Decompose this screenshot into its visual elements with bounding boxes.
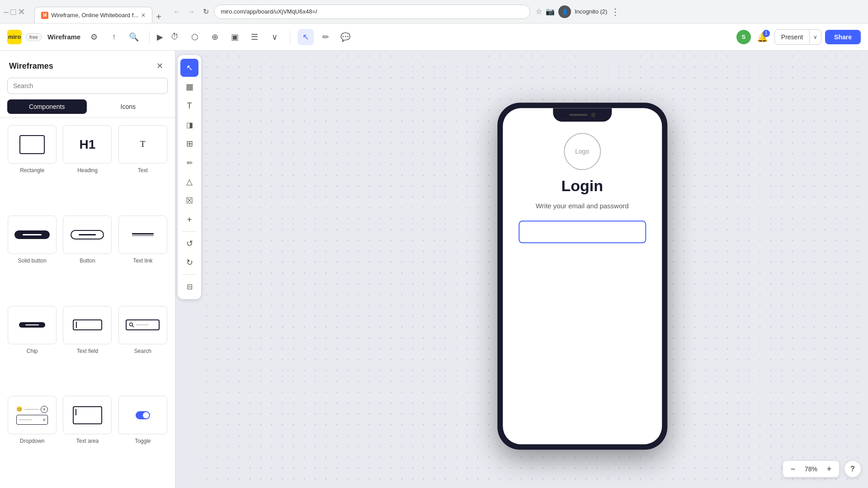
component-chip-label: Chip xyxy=(27,348,38,354)
component-chip[interactable]: Chip xyxy=(7,306,57,391)
undo-button[interactable]: ↺ xyxy=(180,235,198,253)
sticky-note-tool[interactable]: ◨ xyxy=(180,116,198,134)
share-button[interactable]: Share xyxy=(825,30,861,44)
shape-draw-tool[interactable]: △ xyxy=(180,173,198,191)
select-arrow-tool[interactable]: ↖ xyxy=(180,59,198,77)
component-chip-preview xyxy=(8,306,57,344)
redo-button[interactable]: ↻ xyxy=(180,253,198,272)
tab-close-icon[interactable]: ✕ xyxy=(141,12,146,19)
component-text-area-preview xyxy=(63,396,112,434)
panel-tabs-container: Components Icons xyxy=(0,99,175,118)
component-dropdown-label: Dropdown xyxy=(20,438,45,444)
text-insert-tool[interactable]: T xyxy=(180,97,198,115)
phone-outer-shell: Logo Login Write your email and password xyxy=(497,103,667,450)
panel-search-container xyxy=(0,78,175,99)
component-heading-label: Heading xyxy=(77,167,98,174)
settings-button[interactable]: ⚙ xyxy=(86,29,102,45)
export-button[interactable]: ↑ xyxy=(106,29,122,45)
new-tab-button[interactable]: + xyxy=(152,10,165,23)
notch-line xyxy=(569,114,587,116)
component-text-field-preview xyxy=(63,306,112,344)
screenshare-icon[interactable]: 📷 xyxy=(546,7,555,16)
refresh-button[interactable]: ↻ xyxy=(199,5,212,18)
component-heading[interactable]: H1 Heading xyxy=(62,125,112,210)
zoom-out-button[interactable]: − xyxy=(787,463,799,475)
timer-btn[interactable]: ⏱ xyxy=(167,29,183,45)
bookmark-icon[interactable]: ☆ xyxy=(536,7,542,16)
add-more-tool[interactable]: + xyxy=(180,211,198,229)
panel-close-button[interactable]: ✕ xyxy=(153,60,166,72)
list-btn[interactable]: ☰ xyxy=(246,29,263,45)
toolbar-sep1 xyxy=(149,31,150,43)
component-text-area[interactable]: Text area xyxy=(62,396,112,481)
board-name: Wireframe xyxy=(47,33,80,41)
present-label[interactable]: Present xyxy=(775,30,809,44)
canvas-tool-sep2 xyxy=(182,274,197,275)
search-button[interactable]: 🔍 xyxy=(126,29,142,45)
component-dropdown[interactable]: 😊 ∨ ∨ Dropdown xyxy=(7,396,57,481)
component-solid-button[interactable]: Solid button xyxy=(7,216,57,300)
panel-search-input[interactable] xyxy=(7,78,168,94)
component-text-link[interactable]: Text link xyxy=(118,216,168,300)
zoom-area-btn[interactable]: ⊕ xyxy=(207,29,223,45)
eraser-tool[interactable]: ☒ xyxy=(180,192,198,210)
back-button[interactable]: ← xyxy=(170,5,183,18)
component-text-field[interactable]: Text field xyxy=(62,306,112,391)
component-toggle[interactable]: Toggle xyxy=(118,396,168,481)
canvas-toolbar: ↖ ▦ T ◨ ⊞ ✏ △ ☒ + ↺ ↻ ⊟ xyxy=(178,55,201,299)
svg-point-0 xyxy=(130,323,133,326)
phone-login-title: Login xyxy=(561,177,604,195)
card-btn[interactable]: ▣ xyxy=(226,29,243,45)
pen-tool-btn[interactable]: ✏ xyxy=(317,29,334,45)
present-dropdown-icon[interactable]: ∨ xyxy=(809,30,821,44)
panel-toggle-button[interactable]: ⊟ xyxy=(180,277,198,296)
tab-components[interactable]: Components xyxy=(7,99,87,114)
tab-icons[interactable]: Icons xyxy=(89,99,168,114)
component-button[interactable]: Button xyxy=(62,216,112,300)
phone-content: Logo Login Write your email and password xyxy=(503,108,662,257)
chat-btn[interactable]: 💬 xyxy=(337,29,354,45)
frame-btn[interactable]: ⬡ xyxy=(187,29,203,45)
component-button-preview xyxy=(63,216,112,254)
pencil-draw-tool[interactable]: ✏ xyxy=(180,154,198,172)
zoom-level-display: 78% xyxy=(801,465,821,473)
window-minimize[interactable]: – xyxy=(4,7,9,16)
help-button[interactable]: ? xyxy=(844,461,861,477)
notifications-btn[interactable]: 🔔 1 xyxy=(755,29,771,45)
phone-email-input[interactable] xyxy=(519,221,646,243)
more-tools-btn[interactable]: ∨ xyxy=(266,29,283,45)
window-restore[interactable]: □ xyxy=(10,7,16,16)
components-grid: Rectangle H1 Heading T Text xyxy=(0,118,175,488)
component-text-link-label: Text link xyxy=(133,258,152,264)
incognito-label: Incognito (2) xyxy=(575,8,607,15)
main-canvas[interactable]: Logo Login Write your email and password… xyxy=(201,51,868,488)
link-connect-tool[interactable]: ⊞ xyxy=(180,135,198,153)
component-rectangle[interactable]: Rectangle xyxy=(7,125,57,210)
browser-top-bar: – □ ✕ M Wireframe, Online Whiteboard f..… xyxy=(0,0,868,23)
component-text-link-preview xyxy=(118,216,167,254)
zoom-controls: − 78% + xyxy=(783,461,839,477)
active-tab[interactable]: M Wireframe, Online Whiteboard f... ✕ xyxy=(34,7,152,23)
phone-notch xyxy=(553,108,612,122)
panel-title: Wireframes xyxy=(9,61,53,71)
window-close[interactable]: ✕ xyxy=(18,7,25,16)
svg-line-1 xyxy=(132,326,134,328)
component-solid-button-preview xyxy=(8,216,57,254)
component-toggle-preview xyxy=(118,396,167,434)
component-text[interactable]: T Text xyxy=(118,125,168,210)
component-search[interactable]: Search xyxy=(118,306,168,391)
free-badge: free xyxy=(25,33,42,41)
select-tool-btn[interactable]: ↖ xyxy=(297,29,314,45)
present-button[interactable]: Present ∨ xyxy=(774,29,821,45)
component-text-area-label: Text area xyxy=(76,438,99,444)
forward-button[interactable]: → xyxy=(185,5,198,18)
panel-header: Wireframes ✕ xyxy=(0,51,175,78)
frame-grid-tool[interactable]: ▦ xyxy=(180,78,198,96)
chrome-profile-icon[interactable]: 👤 xyxy=(558,5,571,18)
zoom-in-button[interactable]: + xyxy=(823,463,835,475)
component-solid-button-label: Solid button xyxy=(18,258,46,264)
expand-btn[interactable]: ▶ xyxy=(157,32,163,42)
address-bar[interactable]: miro.com/app/board/uXjVMqU6x48=/ xyxy=(214,5,530,19)
browser-action-area: ☆ 📷 👤 Incognito (2) ⋮ xyxy=(536,5,620,18)
chrome-menu-icon[interactable]: ⋮ xyxy=(611,6,620,17)
